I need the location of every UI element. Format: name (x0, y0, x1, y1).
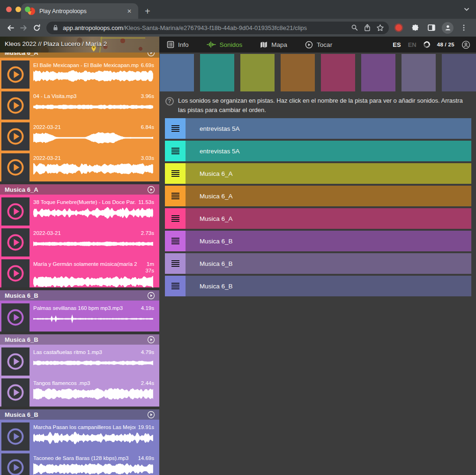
track-name-button[interactable]: entrevistas 5A (186, 141, 471, 161)
clip-play-button[interactable] (1, 259, 30, 287)
back-button[interactable] (4, 21, 17, 34)
clip-play-button[interactable] (1, 122, 30, 151)
track-name-button[interactable]: entrevistas 5A (186, 118, 471, 139)
clip-info: Marcha Pasan los campanilleros Las Mejor… (30, 422, 158, 451)
track-drag-handle[interactable] (165, 276, 186, 296)
clip-duration: 3.03s (141, 155, 154, 161)
nav-tab-sonidos[interactable]: Sonidos (207, 41, 243, 48)
clip-row: 38 Toque Funebre(Muerte) - Los Doce Par.… (1, 197, 158, 226)
tab-close-icon[interactable]: ✕ (125, 7, 134, 15)
forward-button[interactable] (17, 21, 30, 34)
address-bar[interactable]: app.antropoloops.com/Kleos-Santa-Marina/… (46, 22, 389, 34)
track-name-button[interactable]: Musica 6_A (186, 208, 471, 229)
clip-section-header[interactable]: Musica 6_B (0, 409, 159, 420)
clip-waveform[interactable] (33, 131, 154, 145)
profile-avatar[interactable] (442, 22, 454, 34)
clip-section-header[interactable]: Musica 6_A (0, 53, 159, 58)
clip-waveform[interactable] (33, 387, 154, 401)
lang-es-button[interactable]: ES (393, 41, 401, 48)
track-name-button[interactable]: Musica 6_B (186, 231, 471, 251)
clip-play-button[interactable] (1, 378, 30, 407)
track-drag-handle[interactable] (165, 186, 186, 206)
recording-extension-icon[interactable] (395, 24, 402, 31)
nav-tab-mapa[interactable]: Mapa (260, 41, 287, 48)
section-play-icon[interactable] (147, 411, 155, 419)
close-window-button[interactable] (6, 7, 12, 12)
share-icon[interactable] (364, 24, 371, 31)
clip-play-button[interactable] (1, 228, 30, 256)
track-name-button[interactable]: Musica 6_B (186, 253, 471, 274)
side-panel-icon[interactable] (425, 21, 438, 34)
track-row: Musica 6_A (165, 208, 471, 229)
clip-name: 2022-03-21 (33, 230, 139, 236)
clip-play-button[interactable] (1, 303, 30, 332)
clip-info: Taconeo de Sara Baras (128 kbps).mp314.6… (30, 453, 158, 475)
track-name-button[interactable]: Musica 6_A (186, 186, 471, 206)
track-color-swatch (321, 54, 355, 91)
clip-info: 2022-03-216.84s (30, 122, 158, 151)
track-name-button[interactable]: Musica 6_A (186, 163, 471, 184)
lang-en-button[interactable]: EN (408, 41, 416, 48)
clip-section-header[interactable]: Musica 6_A (0, 184, 159, 195)
clip-duration: 4.79s (141, 349, 154, 355)
clip-waveform[interactable] (33, 162, 154, 176)
breadcrumb[interactable]: Kleos 2022 // Plaza Lucero / María 2 (5, 40, 107, 47)
clip-play-button[interactable] (1, 347, 30, 376)
clip-duration: 14.69s (138, 455, 154, 461)
new-tab-button[interactable]: + (145, 7, 150, 16)
clip-waveform[interactable] (33, 237, 154, 251)
drag-handle-icon (171, 170, 179, 177)
section-play-icon[interactable] (147, 53, 155, 57)
track-drag-handle[interactable] (165, 163, 186, 184)
track-drag-handle[interactable] (165, 141, 186, 161)
clip-title-row: María y Germán solamente música(maría 2.… (33, 261, 154, 274)
clip-section-header[interactable]: Musica 6_B (0, 290, 159, 301)
clip-row: 2022-03-212.73s (1, 228, 158, 256)
tab-search-chevron-icon[interactable] (463, 6, 470, 13)
clip-duration: 1m 37s (139, 261, 154, 274)
clip-waveform[interactable] (33, 100, 154, 114)
clip-row: María y Germán solamente música(maría 2.… (1, 259, 158, 287)
clip-waveform[interactable] (33, 69, 154, 83)
zoom-page-icon[interactable] (351, 24, 358, 31)
section-play-icon[interactable] (147, 292, 155, 300)
track-color-swatch (402, 54, 436, 91)
clip-section-header[interactable]: Musica 6_B (0, 334, 159, 345)
clip-waveform[interactable] (33, 312, 154, 326)
nav-tab-label: Tocar (317, 41, 332, 48)
clip-name: 2022-03-21 (33, 155, 139, 161)
clip-name: Palmas sevillanas 160 bpm mp3.mp3 (33, 305, 139, 311)
clip-waveform[interactable] (33, 275, 154, 289)
account-icon[interactable] (461, 40, 470, 49)
clip-play-button[interactable] (1, 197, 30, 226)
track-color-swatch (442, 54, 476, 91)
bookmark-star-icon[interactable] (376, 24, 384, 32)
clip-play-button[interactable] (1, 453, 30, 475)
nav-tab-info[interactable]: Info (167, 41, 189, 48)
clip-waveform[interactable] (33, 206, 154, 220)
minimize-window-button[interactable] (15, 7, 21, 12)
track-drag-handle[interactable] (165, 118, 186, 139)
clip-info: Las castañuelas ritmo 1.mp34.79s (30, 347, 158, 376)
section-play-icon[interactable] (147, 186, 155, 194)
clip-waveform[interactable] (33, 356, 154, 370)
reload-button[interactable] (30, 21, 43, 34)
track-drag-handle[interactable] (165, 231, 186, 251)
clip-waveform[interactable] (33, 462, 154, 475)
clip-play-button[interactable] (1, 60, 30, 89)
browser-tab[interactable]: Play Antropoloops ✕ (21, 3, 138, 19)
browser-menu-icon[interactable] (457, 21, 470, 34)
clip-play-button[interactable] (1, 422, 30, 451)
extensions-puzzle-icon[interactable] (408, 21, 421, 34)
zoom-window-button[interactable] (25, 7, 30, 12)
nav-tab-tocar[interactable]: Tocar (305, 41, 332, 49)
clip-play-button[interactable] (1, 91, 30, 120)
clip-waveform[interactable] (33, 431, 154, 445)
section-play-icon[interactable] (147, 336, 155, 344)
clip-name: Taconeo de Sara Baras (128 kbps).mp3 (33, 455, 135, 461)
track-drag-handle[interactable] (165, 208, 186, 229)
track-name-button[interactable]: Musica 6_B (186, 276, 471, 296)
clip-play-button[interactable] (1, 153, 30, 181)
help-text: Los sonidos se organizan en pistas. Haz … (178, 96, 469, 114)
track-drag-handle[interactable] (165, 253, 186, 274)
